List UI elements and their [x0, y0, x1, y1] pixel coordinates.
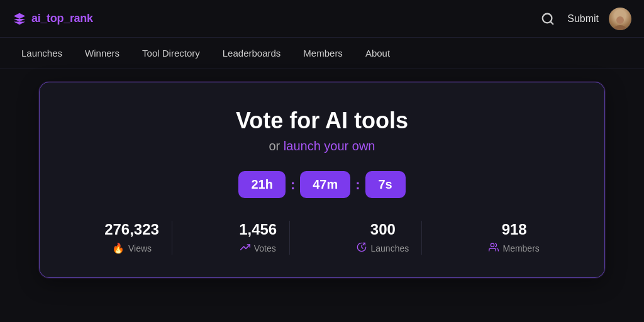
- avatar-image: [609, 8, 631, 30]
- svg-point-3: [613, 25, 627, 30]
- stat-members: 918 Members: [476, 221, 552, 255]
- timer-hours: 21h: [238, 171, 285, 198]
- stat-views: 276,323 🔥 Views: [92, 221, 172, 255]
- timer-minutes: 47m: [300, 171, 350, 198]
- submit-button[interactable]: Submit: [567, 13, 599, 25]
- stat-launches-label: Launches: [357, 242, 409, 255]
- timer-colon-1: :: [291, 177, 295, 193]
- nav-item-about[interactable]: About: [357, 44, 399, 62]
- nav-item-leaderboards[interactable]: Leaderboards: [214, 44, 290, 62]
- hero-title: Vote for AI tools: [236, 108, 408, 134]
- nav-item-winners[interactable]: Winners: [76, 44, 128, 62]
- navigation: Launches Winners Tool Directory Leaderbo…: [0, 38, 644, 69]
- search-button[interactable]: [538, 9, 557, 28]
- avatar-silhouette: [611, 14, 629, 30]
- avatar[interactable]: [609, 8, 631, 30]
- svg-line-1: [550, 21, 553, 24]
- stat-members-value: 918: [502, 221, 527, 238]
- hero-subtitle-prefix: or: [269, 139, 284, 153]
- timer-colon-2: :: [355, 177, 360, 193]
- countdown-timer: 21h : 47m : 7s: [238, 171, 405, 198]
- stat-votes-label: Votes: [240, 242, 276, 255]
- header-right: Submit: [538, 8, 631, 30]
- svg-point-4: [491, 243, 494, 247]
- hero-subtitle: or launch your own: [269, 139, 375, 153]
- hero-card: Vote for AI tools or launch your own 21h…: [39, 82, 605, 278]
- stat-votes-value: 1,456: [239, 221, 277, 238]
- stat-views-label: 🔥 Views: [112, 242, 152, 254]
- logo-text: ai_top_rank: [31, 12, 93, 25]
- stat-votes: 1,456 Votes: [226, 221, 290, 255]
- nav-item-members[interactable]: Members: [294, 44, 352, 62]
- views-icon: 🔥: [112, 242, 125, 254]
- search-icon: [541, 12, 555, 26]
- stat-launches-value: 300: [370, 221, 396, 238]
- timer-seconds: 7s: [365, 171, 406, 198]
- stat-views-value: 276,323: [104, 221, 159, 238]
- header: ai_top_rank Submit: [0, 0, 644, 38]
- logo[interactable]: ai_top_rank: [13, 12, 93, 26]
- nav-item-launches[interactable]: Launches: [13, 44, 71, 62]
- votes-icon: [240, 242, 250, 255]
- stat-launches: 300 Launches: [344, 221, 422, 255]
- nav-item-tool-directory[interactable]: Tool Directory: [133, 44, 209, 62]
- hero-launch-link[interactable]: launch your own: [284, 139, 375, 153]
- stat-members-label: Members: [489, 242, 539, 255]
- launches-icon: [357, 242, 367, 255]
- main-content: Vote for AI tools or launch your own 21h…: [0, 69, 644, 291]
- logo-icon: [13, 12, 26, 26]
- svg-point-2: [616, 16, 624, 24]
- members-icon: [489, 242, 499, 255]
- stats-row: 276,323 🔥 Views 1,456 Votes: [65, 221, 579, 255]
